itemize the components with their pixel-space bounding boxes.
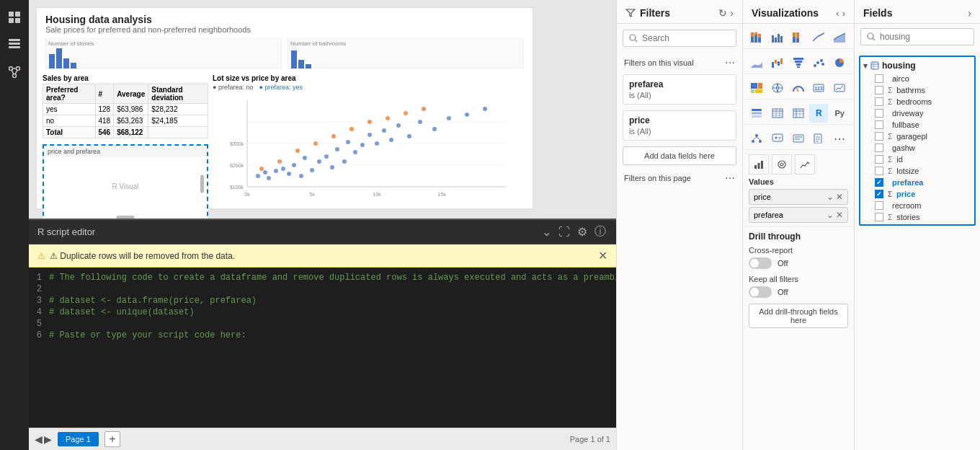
r-editor-info-icon[interactable]: ⓘ <box>593 223 607 241</box>
viz-ribbon-icon[interactable] <box>747 53 766 72</box>
values2-expand-icon[interactable]: ⌄ <box>827 210 834 220</box>
fields-expand-icon[interactable]: › <box>968 7 971 19</box>
filter-card-price[interactable]: price is (All) <box>623 110 736 141</box>
viz-python-icon[interactable]: Py <box>830 104 849 123</box>
table-nav-icon[interactable] <box>3 33 26 56</box>
add-fields-button[interactable]: Add data fields here <box>623 146 736 165</box>
viz-slicer-icon[interactable] <box>747 104 766 123</box>
viz-card-icon[interactable]: 123 <box>809 79 828 97</box>
r-editor-controls: ⌄ ⛶ ⚙ ⓘ <box>540 223 607 241</box>
values-expand-icon[interactable]: ⌄ <box>827 192 834 202</box>
viz-format-icon[interactable] <box>772 154 792 175</box>
field-item-garagepl[interactable]: Σ garagepl <box>862 131 973 142</box>
r-code-area[interactable]: 1 # The following code to create a dataf… <box>29 268 616 428</box>
r-editor-collapse-icon[interactable]: ⌄ <box>540 224 553 240</box>
filters-search-box[interactable] <box>623 30 736 47</box>
page-nav-arrows: ◀ ▶ <box>35 433 52 445</box>
keep-filters-toggle-row: Off <box>749 286 848 298</box>
viz-matrix-icon[interactable] <box>789 104 808 123</box>
viz-waterfall-icon[interactable] <box>768 53 787 72</box>
field-type-id: Σ <box>888 156 892 164</box>
page-tab-1[interactable]: Page 1 <box>58 432 99 446</box>
values-remove-icon[interactable]: ✕ <box>836 192 843 202</box>
field-item-gashw[interactable]: gashw <box>862 142 973 154</box>
svg-text:5k: 5k <box>309 192 315 197</box>
model-nav-icon[interactable] <box>3 61 26 84</box>
svg-rect-127 <box>793 135 803 142</box>
svg-point-34 <box>303 156 307 160</box>
viz-table-icon[interactable] <box>768 104 787 123</box>
viz-analytics-icon[interactable] <box>795 154 815 175</box>
field-item-airco[interactable]: airco <box>862 73 973 84</box>
viz-kpi-icon[interactable] <box>830 79 849 97</box>
keep-filters-toggle[interactable] <box>749 286 772 298</box>
field-item-stories[interactable]: Σ stories <box>862 211 973 223</box>
viz-funnel-icon[interactable] <box>789 53 808 72</box>
r-editor-expand-icon[interactable]: ⛶ <box>557 224 571 240</box>
report-nav-icon[interactable] <box>3 6 26 29</box>
filters-expand-icon[interactable]: › <box>730 7 734 19</box>
fields-search-input[interactable] <box>880 32 968 42</box>
svg-point-139 <box>868 33 873 39</box>
svg-rect-136 <box>761 161 763 169</box>
cross-report-toggle[interactable] <box>749 257 772 269</box>
viz-gauge-icon[interactable] <box>789 79 808 97</box>
values2-remove-icon[interactable]: ✕ <box>836 210 843 220</box>
svg-point-58 <box>313 141 318 146</box>
viz-build-icon[interactable] <box>749 154 769 175</box>
field-item-prefarea[interactable]: ✓ prefarea <box>862 177 973 188</box>
add-drill-button[interactable]: Add drill-through fields here <box>749 304 848 328</box>
housing-group-header[interactable]: ▾ housing <box>862 58 973 73</box>
viz-expand-right-icon[interactable]: › <box>842 8 845 19</box>
field-item-price[interactable]: ✓ Σ price <box>862 188 973 200</box>
viz-line-icon[interactable] <box>809 28 828 47</box>
mini-chart-bathrms: Number of bathrooms <box>288 38 524 69</box>
report-visual[interactable]: Housing data analysis Sale prices for pr… <box>36 7 533 209</box>
prev-page-button[interactable]: ◀ <box>35 433 43 445</box>
field-item-driveway[interactable]: driveway <box>862 107 973 119</box>
svg-point-59 <box>331 134 336 138</box>
add-page-button[interactable]: + <box>104 431 120 447</box>
r-warning-close-icon[interactable]: ✕ <box>598 249 607 262</box>
viz-treemap-icon[interactable] <box>747 79 766 97</box>
viz-stacked-bar-icon[interactable] <box>747 28 766 47</box>
viz-100-bar-icon[interactable] <box>789 28 808 47</box>
filters-refresh-icon[interactable]: ↻ <box>718 7 727 19</box>
field-item-bathrms[interactable]: Σ bathrms <box>862 84 973 96</box>
svg-rect-71 <box>758 38 761 43</box>
filter-card-prefarea[interactable]: prefarea is (All) <box>623 74 736 105</box>
filters-visual-more-icon[interactable]: ⋯ <box>725 57 735 69</box>
field-item-bedrooms[interactable]: Σ bedrooms <box>862 96 973 107</box>
field-item-recroom[interactable]: recroom <box>862 200 973 211</box>
viz-clustered-bar-icon[interactable] <box>768 28 787 47</box>
values-row-prefarea[interactable]: prefarea ⌄ ✕ <box>749 207 848 223</box>
svg-rect-76 <box>780 36 783 43</box>
field-item-id[interactable]: Σ id <box>862 154 973 165</box>
svg-rect-134 <box>754 165 757 169</box>
svg-rect-1 <box>15 12 20 17</box>
filters-page-more-icon[interactable]: ⋯ <box>725 172 735 184</box>
next-page-button[interactable]: ▶ <box>44 433 52 445</box>
values-row-price[interactable]: price ⌄ ✕ <box>749 189 848 205</box>
viz-paginated-icon[interactable] <box>809 129 828 148</box>
viz-more-icon[interactable]: ⋯ <box>830 129 849 148</box>
viz-pie-icon[interactable] <box>830 53 849 72</box>
svg-point-32 <box>292 163 296 167</box>
field-item-lotsize[interactable]: Σ lotsize <box>862 165 973 177</box>
viz-r-icon[interactable]: R <box>809 104 828 123</box>
field-item-fullbase[interactable]: fullbase <box>862 119 973 131</box>
values-row-icons: ⌄ ✕ <box>827 192 843 202</box>
fields-search-box[interactable] <box>860 28 974 45</box>
viz-smart-narrative-icon[interactable] <box>789 129 808 148</box>
filters-search-input[interactable] <box>642 33 730 43</box>
viz-area-icon[interactable] <box>830 28 849 47</box>
viz-ai-decomp-icon[interactable] <box>747 129 766 148</box>
viz-map-icon[interactable] <box>768 79 787 97</box>
cross-report-label: Cross-report <box>749 246 848 255</box>
selected-r-visual[interactable]: price and prefarea R Visual <box>43 144 208 219</box>
svg-point-44 <box>368 133 372 137</box>
r-editor-settings-icon[interactable]: ⚙ <box>576 224 589 240</box>
viz-qna-icon[interactable]: ? <box>768 129 787 148</box>
viz-expand-left-icon[interactable]: ‹ <box>836 8 839 19</box>
viz-scatter-icon[interactable] <box>809 53 828 72</box>
